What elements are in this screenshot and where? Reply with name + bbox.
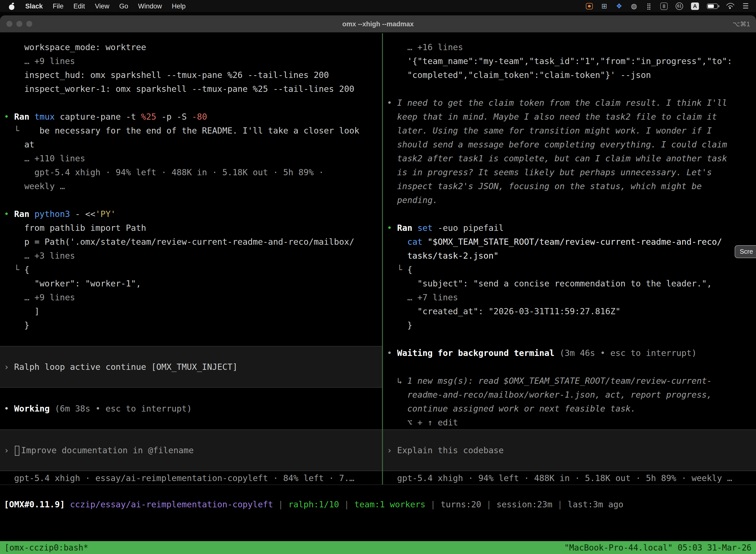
text-segment: … +9 lines [4,292,75,302]
terminal-pane-right[interactable]: … +16 lines '{"team_name":"my-team","tas… [383,33,756,485]
text-segment: inspect_worker-1: omx sparkshell --tmux-… [4,84,354,94]
text-segment: is in progress? It seems likely but perh… [387,167,712,177]
text-segment: { [24,265,29,275]
text-segment: { [407,265,413,275]
text-segment: 1 new msg(s): read $OMX_TEAM_STATE_ROOT/… [407,376,712,386]
menu-file[interactable]: File [48,2,69,10]
terminal-row: • Ran tmux capture-pane -t %25 -p -S -80 [0,110,382,124]
terminal-row: workspace_mode: worktree [0,40,382,54]
terminal-row: "subject": "send a concise recommendatio… [383,277,756,290]
screen-recording-indicator-icon[interactable] [586,3,593,9]
window-title: omx --xhigh --madmax [0,20,756,27]
terminal-row: gpt-5.4 xhigh · 94% left · 488K in · 5.1… [0,165,382,179]
close-button[interactable] [6,21,12,27]
grid-app-icon[interactable]: ⊞ [601,2,608,10]
menu-window[interactable]: Window [133,2,167,10]
text-segment: last:3m ago [567,499,623,509]
text-segment: '{"team_name":"my-team","task_id":"1","f… [387,56,732,66]
terminal-row: … +9 lines [0,290,382,304]
terminal-row: should send a message before completing … [383,137,756,151]
text-segment: turns:20 [441,499,482,509]
terminal-row [0,193,382,207]
text-segment: • [4,112,14,122]
text-segment: task2 after task1 is complete, but can I… [387,153,727,163]
terminal-row: from pathlib import Path [0,221,382,235]
macos-menu-bar: Slack FileEditViewGoWindowHelp ⊞❖◍⣿861A☰ [0,0,756,12]
menu-view[interactable]: View [90,2,114,10]
zoom-button[interactable] [26,21,32,27]
text-segment: cczip/essay/ai-reimplementation-copyleft [70,499,273,509]
omx-status-bar: [OMX#0.11.9] cczip/essay/ai-reimplementa… [0,497,756,511]
terminal-pane-left[interactable]: workspace_mode: worktree … +9 lines insp… [0,33,382,485]
tmux-session-label: [omx-cczip0:bash* [4,543,88,552]
gauge-icon[interactable]: 61 [676,2,683,10]
text-segment: ] [4,306,40,316]
text-segment: … +7 lines [387,292,458,302]
text-segment: • [4,209,14,219]
text-segment: › Explain this codebase [387,445,504,455]
text-segment: readme-and-reco/mailbox/worker-1.json, a… [387,390,712,400]
menu-status-icons: ⊞❖◍⣿861A☰ [586,2,752,10]
wifi-icon[interactable] [726,3,734,9]
blue-app-icon[interactable]: ❖ [616,2,623,10]
terminal-row: tasks/task-2.json" [383,249,756,263]
model-status-line: gpt-5.4 xhigh · essay/ai-reimplementatio… [0,471,382,485]
text-segment: └ [387,265,407,275]
terminal-row: cat "$OMX_TEAM_STATE_ROOT/team/review-cu… [383,235,756,249]
text-segment: … +3 lines [4,251,75,261]
text-segment: "completed","claim_token":"claim-token"}… [387,70,651,80]
app-icon-8[interactable]: 8 [660,2,668,10]
window-titlebar[interactable]: omx --xhigh --madmax ⌥⌘1 [0,15,756,33]
prompt-input[interactable]: › Improve documentation in @filename [0,443,382,457]
text-segment: } [387,320,412,330]
text-segment: ⌥ + ↑ edit [387,418,458,428]
text-segment: • [4,403,14,413]
traffic-lights [6,21,32,27]
menu-lines-icon[interactable]: ☰ [742,2,749,10]
text-segment: tasks/task-2.json" [387,251,499,261]
text-segment: › [4,362,14,372]
text-segment: keep that in mind. Maybe I also need the… [387,112,717,122]
menu-go[interactable]: Go [114,2,133,10]
text-segment: inspect_hud: omx sparkshell --tmux-pane … [4,70,329,80]
text-segment: "$OMX_TEAM_STATE_ROOT/team/review-curren… [428,237,722,247]
menu-help[interactable]: Help [167,2,191,10]
dots-grid-icon[interactable]: ⣿ [645,2,652,10]
apple-logo-icon[interactable] [8,2,15,10]
minimize-button[interactable] [16,21,22,27]
text-segment: inspect task2's JSON, focusing on the st… [387,181,702,191]
terminal-row: … +110 lines [0,151,382,165]
tmux-panes: workspace_mode: worktree … +9 lines insp… [0,33,756,485]
text-segment: capture-pane -t [60,112,141,122]
ralph-loop-banner: › Ralph loop active continue [OMX_TMUX_I… [0,360,382,374]
terminal-row: continue assigned work or next feasible … [383,402,756,416]
text-segment: … +16 lines [387,42,463,52]
prompt-suggestion[interactable]: › Explain this codebase [383,443,756,457]
terminal-window: omx --xhigh --madmax ⌥⌘1 workspace_mode:… [0,15,756,554]
terminal-row: • I need to get the claim token from the… [383,96,756,110]
terminal-row: pending. [383,193,756,207]
text-segment: python3 [35,209,75,219]
menu-app-name[interactable]: Slack [20,2,48,10]
text-segment: } [4,320,29,330]
terminal-row: p = Path('.omx/state/team/review-current… [0,235,382,249]
screen-share-chip[interactable]: Scre [735,245,756,258]
terminal-row [383,82,756,96]
tmux-status-bar: [omx-cczip0:bash* "MacBook-Pro-44.local"… [0,541,756,554]
input-source-icon[interactable]: A [691,2,699,10]
text-segment: | [273,499,288,509]
menu-items: FileEditViewGoWindowHelp [48,2,191,10]
text-segment: -80 [192,112,207,122]
battery-icon[interactable] [707,3,718,9]
text-segment: ralph:1/10 [288,499,339,509]
text-segment: pending. [387,195,438,205]
dark-circle-app-icon[interactable]: ◍ [630,2,637,10]
text-segment: | [481,499,496,509]
text-segment: set [418,223,438,233]
terminal-row: later. Using the same for transition mig… [383,124,756,137]
text-segment: session:23m [497,499,552,509]
menu-edit[interactable]: Edit [68,2,90,10]
text-segment: Improve documentation in @filename [21,445,194,455]
terminal-row: inspect_hud: omx sparkshell --tmux-pane … [0,68,382,82]
text-segment: p = Path('.omx/state/team/review-current… [4,237,354,247]
